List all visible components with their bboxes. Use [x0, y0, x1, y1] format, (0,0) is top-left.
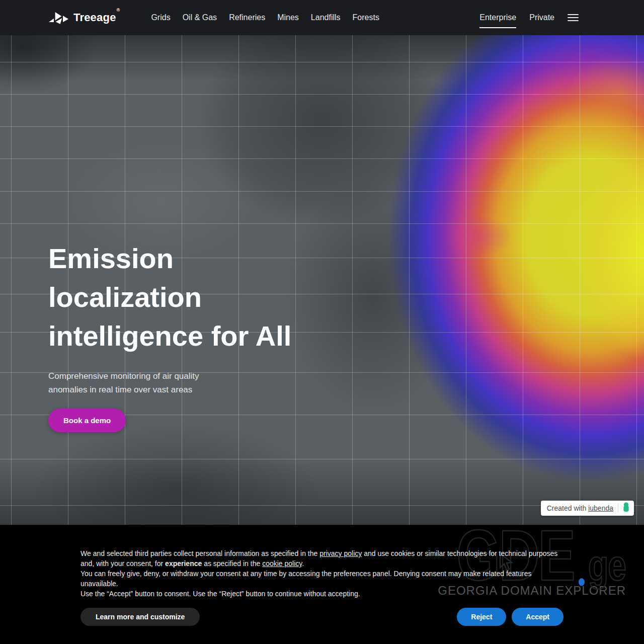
hero-content: Emission localization intelligence for A… — [48, 239, 291, 432]
nav-item-mines[interactable]: Mines — [277, 13, 299, 22]
iubenda-link[interactable]: iubenda — [588, 504, 613, 512]
nav-item-grids[interactable]: Grids — [151, 13, 170, 22]
hamburger-menu-icon[interactable] — [568, 14, 579, 21]
reject-button[interactable]: Reject — [457, 608, 506, 626]
nav-item-landfills[interactable]: Landfills — [311, 13, 341, 22]
book-demo-button[interactable]: Book a demo — [48, 409, 126, 432]
hero-section: Emission localization intelligence for A… — [0, 35, 644, 525]
brand-logo[interactable]: Treeage® — [48, 10, 119, 25]
cookie-policy-link[interactable]: cookie policy — [262, 559, 302, 568]
hero-subtitle: Comprehensive monitoring of air quality … — [48, 369, 291, 396]
registered-mark: ® — [117, 8, 120, 13]
cookie-consent-section: GDE ge GEORGIA DOMAIN EXPLORER We and se… — [0, 525, 644, 644]
primary-nav: Grids Oil & Gas Refineries Mines Landfil… — [151, 13, 379, 22]
nav-item-enterprise[interactable]: Enterprise — [479, 13, 516, 28]
brand-name: Treeage® — [73, 11, 119, 24]
watermark-blue-dot — [579, 578, 585, 586]
nav-item-refineries[interactable]: Refineries — [229, 13, 265, 22]
cookie-actions-row: Learn more and customize Reject Accept — [80, 608, 564, 626]
badge-divider — [618, 504, 618, 513]
accept-button[interactable]: Accept — [512, 608, 564, 626]
secondary-nav: Enterprise Private — [479, 13, 579, 22]
iubenda-lock-icon — [623, 502, 629, 514]
nav-item-oil-gas[interactable]: Oil & Gas — [183, 13, 217, 22]
nav-item-forests[interactable]: Forests — [353, 13, 379, 22]
iubenda-badge[interactable]: Created with iubenda — [541, 501, 634, 516]
treeage-triangles-icon — [48, 10, 68, 25]
privacy-policy-link[interactable]: privacy policy — [319, 549, 362, 557]
cookie-banner: We and selected third parties collect pe… — [80, 525, 564, 626]
cookie-paragraph-3: Use the “Accept” button to consent. Use … — [80, 589, 564, 599]
watermark-tld-text: ge — [588, 541, 626, 590]
iubenda-badge-text: Created with iubenda — [547, 504, 613, 512]
cookie-paragraph-1: We and selected third parties collect pe… — [80, 548, 564, 569]
nav-item-private[interactable]: Private — [529, 13, 554, 22]
cookie-paragraph-2: You can freely give, deny, or withdraw y… — [80, 569, 564, 589]
top-navigation: Treeage® Grids Oil & Gas Refineries Mine… — [0, 0, 644, 35]
learn-more-button[interactable]: Learn more and customize — [80, 608, 200, 626]
page-title: Emission localization intelligence for A… — [48, 239, 291, 355]
